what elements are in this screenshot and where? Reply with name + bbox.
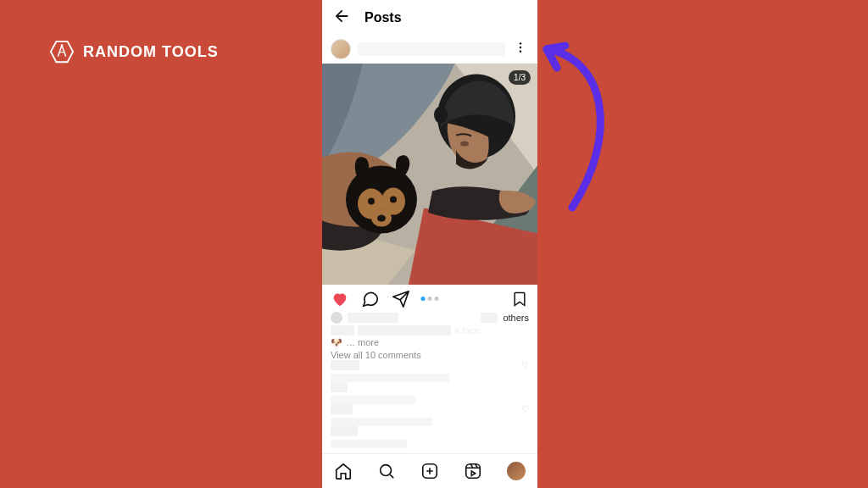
post-header [322, 35, 537, 64]
comment-preview: tan [331, 382, 529, 404]
carousel-dot [421, 297, 426, 301]
svg-point-20 [381, 465, 392, 476]
svg-point-3 [520, 47, 521, 48]
likes-count-blurred: xx [481, 313, 498, 323]
comment-button[interactable] [361, 290, 380, 308]
liker-avatar [331, 312, 342, 324]
page-title: Posts [364, 10, 402, 25]
nav-search[interactable] [377, 462, 396, 480]
author-username-blurred[interactable] [358, 42, 505, 56]
carousel-dots-indicator [421, 297, 439, 301]
svg-point-2 [520, 42, 521, 44]
comment-preview: priyan♡ [331, 360, 529, 382]
author-avatar[interactable] [331, 39, 351, 59]
nav-profile[interactable] [507, 462, 526, 480]
svg-point-19 [460, 141, 469, 146]
app-top-bar: Posts [322, 0, 537, 35]
comment-like-icon[interactable]: ♡ [521, 360, 529, 369]
carousel-dot [428, 297, 432, 301]
nav-reels[interactable] [464, 462, 482, 480]
svg-point-4 [520, 51, 521, 53]
brand-hex-icon [49, 39, 75, 64]
back-arrow-icon [332, 7, 351, 25]
caption-more-link[interactable]: … more [346, 337, 379, 347]
brand-logo: RANDOM TOOLS [49, 39, 219, 64]
reels-icon [464, 462, 482, 480]
likes-others-label: others [503, 313, 529, 323]
likes-text-blurred: xxxx [348, 313, 398, 323]
comment-preview: the.pe [331, 426, 529, 448]
caption-text-blurred: hidden [358, 325, 451, 336]
comment-icon [361, 290, 380, 308]
callout-arrow-icon [530, 34, 623, 220]
post-photo [322, 64, 537, 285]
caption-tail-blurred: a face. [454, 325, 482, 336]
carousel-counter-badge: 1/3 [509, 70, 531, 85]
nav-create[interactable] [420, 462, 439, 480]
more-vertical-icon [514, 41, 527, 54]
back-button[interactable] [332, 7, 351, 29]
svg-point-16 [377, 214, 386, 221]
post-action-row [322, 285, 537, 310]
instagram-phone-frame: Posts [322, 0, 537, 488]
svg-point-15 [390, 196, 397, 202]
view-all-comments-link[interactable]: View all 10 comments [331, 350, 529, 360]
save-button[interactable] [510, 290, 529, 308]
caption-line: arjun hidden a face. [331, 325, 529, 336]
svg-point-18 [434, 106, 448, 123]
carousel-dot [435, 297, 439, 301]
share-icon [392, 290, 410, 308]
bottom-nav [322, 453, 537, 488]
home-icon [334, 462, 353, 480]
caption-emoji: 🐶 [331, 337, 342, 348]
post-more-options-button[interactable] [512, 37, 529, 60]
svg-point-1 [61, 44, 64, 47]
profile-avatar-icon [507, 462, 526, 480]
likes-row[interactable]: xxxx xx others [331, 312, 529, 324]
search-icon [377, 462, 396, 480]
heart-icon [331, 290, 349, 308]
bookmark-icon [511, 291, 528, 308]
share-button[interactable] [392, 290, 410, 308]
post-image-carousel[interactable]: 1/3 [322, 64, 537, 285]
caption-username-blurred[interactable]: arjun [331, 325, 354, 336]
plus-square-icon [420, 462, 439, 480]
like-button[interactable] [331, 290, 349, 308]
brand-name: RANDOM TOOLS [83, 43, 219, 61]
svg-point-14 [368, 197, 375, 204]
comment-preview: ajith♡ [331, 404, 529, 426]
nav-home[interactable] [334, 462, 353, 480]
svg-rect-22 [466, 464, 481, 479]
comment-like-icon[interactable]: ♡ [521, 404, 529, 413]
post-meta: xxxx xx others arjun hidden a face. 🐶 … … [322, 310, 537, 453]
